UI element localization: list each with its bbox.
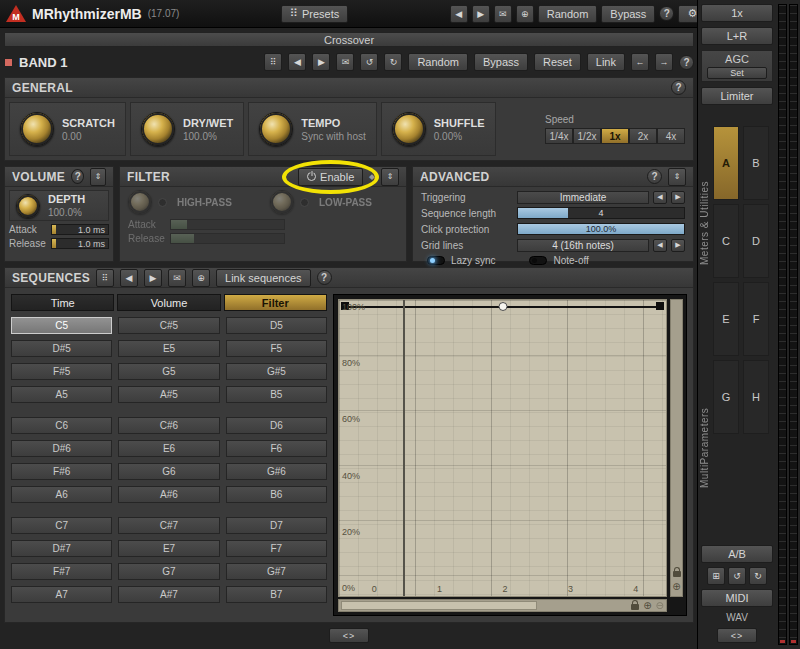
grid-lines-prev-button[interactable]: ◀	[653, 239, 667, 252]
sequences-envelope-icon[interactable]: ✉	[168, 269, 186, 287]
multiparam-d[interactable]: D	[743, 204, 769, 278]
note-c5[interactable]: C5	[11, 317, 112, 334]
speed-option-1-4x[interactable]: 1/4x	[545, 128, 573, 144]
note-c6[interactable]: C6	[11, 417, 112, 434]
note-a6[interactable]: A6	[11, 486, 112, 503]
note-g6[interactable]: G6	[118, 463, 219, 480]
ab-compare-button[interactable]: A/B	[701, 545, 773, 563]
multiparam-e[interactable]: E	[713, 282, 739, 356]
next-preset-button[interactable]: ▶	[472, 5, 490, 23]
general-help-button[interactable]: ?	[671, 80, 686, 95]
note-c-6[interactable]: C#6	[118, 417, 219, 434]
note-e7[interactable]: E7	[118, 540, 219, 557]
note-b7[interactable]: B7	[226, 586, 327, 603]
filter-high-pass-toggle[interactable]	[158, 198, 167, 207]
filter-release-slider[interactable]	[170, 233, 285, 244]
triggering-prev-button[interactable]: ◀	[653, 191, 667, 204]
limiter-button[interactable]: Limiter	[701, 87, 773, 105]
filter-attack-slider[interactable]	[170, 219, 285, 230]
note-c7[interactable]: C7	[11, 517, 112, 534]
multiparam-c[interactable]: C	[713, 204, 739, 278]
sequence-length-slider[interactable]: 4	[517, 207, 685, 219]
note-f5[interactable]: F5	[226, 340, 327, 357]
triggering-next-button[interactable]: ▶	[671, 191, 685, 204]
band-bypass-button[interactable]: Bypass	[474, 53, 528, 71]
depth-knob[interactable]	[16, 194, 40, 218]
filter-low-pass-knob[interactable]	[270, 190, 294, 214]
note-d-7[interactable]: D#7	[11, 540, 112, 557]
band-prev-button[interactable]: ◀	[288, 53, 306, 71]
lock-icon[interactable]	[631, 604, 639, 610]
sequences-help-button[interactable]: ?	[317, 270, 332, 285]
band-help-button[interactable]: ?	[679, 55, 694, 70]
envelope-plot[interactable]: 100%80%60%40%20%0% 01234	[338, 299, 667, 597]
multiparam-h[interactable]: H	[743, 360, 769, 434]
random-button[interactable]: Random	[538, 5, 598, 23]
note-e6[interactable]: E6	[118, 440, 219, 457]
shuffle-knob[interactable]	[392, 112, 426, 146]
filter-low-pass-toggle[interactable]	[300, 198, 309, 207]
sidebar-resize-button[interactable]: <>	[717, 628, 757, 643]
vertical-scrollbar[interactable]: ⊕	[670, 299, 683, 597]
click-protection-slider[interactable]: 100.0%	[517, 223, 685, 235]
redo-icon[interactable]: ↻	[384, 53, 402, 71]
note-f6[interactable]: F6	[226, 440, 327, 457]
note-f7[interactable]: F7	[226, 540, 327, 557]
note-e5[interactable]: E5	[118, 340, 219, 357]
wav-label[interactable]: WAV	[701, 611, 773, 624]
tab-time[interactable]: Time	[11, 294, 114, 311]
note-a7[interactable]: A7	[11, 586, 112, 603]
triggering-select[interactable]: Immediate	[517, 191, 649, 204]
note-d-5[interactable]: D#5	[11, 340, 112, 357]
volume-release-slider[interactable]: 1.0 ms	[51, 238, 109, 249]
note-a-6[interactable]: A#6	[118, 486, 219, 503]
oversampling-button[interactable]: 1x	[701, 4, 773, 22]
band-link-button[interactable]: Link	[587, 53, 625, 71]
band-copy-right-icon[interactable]: →	[655, 53, 673, 71]
band-color-swatch[interactable]	[4, 58, 13, 67]
horizontal-scrollbar[interactable]: ⊕ ⊖	[338, 599, 667, 612]
undo-icon[interactable]: ↺	[728, 567, 746, 585]
volume-collapse-button[interactable]: ⇕	[90, 168, 106, 186]
envelope-end-marker[interactable]	[656, 302, 664, 310]
note-c-7[interactable]: C#7	[118, 517, 219, 534]
note-a5[interactable]: A5	[11, 386, 112, 403]
zoom-out-icon[interactable]: ⊖	[656, 601, 664, 611]
band-reset-button[interactable]: Reset	[534, 53, 581, 71]
help-button[interactable]: ?	[659, 6, 674, 21]
note-d5[interactable]: D5	[226, 317, 327, 334]
note-b6[interactable]: B6	[226, 486, 327, 503]
grid-lines-select[interactable]: 4 (16th notes)	[517, 239, 649, 252]
dry-wet-knob[interactable]	[141, 112, 175, 146]
multiparam-g[interactable]: G	[713, 360, 739, 434]
note-f-6[interactable]: F#6	[11, 463, 112, 480]
grid-lines-next-button[interactable]: ▶	[671, 239, 685, 252]
advanced-collapse-button[interactable]: ⇕	[668, 168, 686, 186]
note-d-6[interactable]: D#6	[11, 440, 112, 457]
resize-handle-button[interactable]: <>	[329, 628, 369, 643]
note-g-6[interactable]: G#6	[226, 463, 327, 480]
multiparam-a[interactable]: A	[713, 126, 739, 200]
sequences-plus-icon[interactable]: ⊕	[192, 269, 210, 287]
morph-grid-icon[interactable]: ⊞	[707, 567, 725, 585]
band-next-button[interactable]: ▶	[312, 53, 330, 71]
note-a-5[interactable]: A#5	[118, 386, 219, 403]
note-g-7[interactable]: G#7	[226, 563, 327, 580]
bypass-button[interactable]: Bypass	[601, 5, 655, 23]
sequences-prev-button[interactable]: ◀	[120, 269, 138, 287]
sequences-next-button[interactable]: ▶	[144, 269, 162, 287]
note-g-5[interactable]: G#5	[226, 363, 327, 380]
plus-icon[interactable]: ⊕	[516, 5, 534, 23]
note-f-5[interactable]: F#5	[11, 363, 112, 380]
note-g7[interactable]: G7	[118, 563, 219, 580]
note-off-toggle[interactable]: Note-off	[529, 255, 588, 266]
note-c-5[interactable]: C#5	[118, 317, 219, 334]
filter-high-pass-knob[interactable]	[128, 190, 152, 214]
prev-preset-button[interactable]: ◀	[450, 5, 468, 23]
link-sequences-button[interactable]: Link sequences	[216, 269, 310, 287]
scratch-knob[interactable]	[20, 112, 54, 146]
filter-collapse-button[interactable]: ⇕	[381, 168, 399, 186]
filter-enable-button[interactable]: Enable	[298, 168, 363, 186]
note-a-7[interactable]: A#7	[118, 586, 219, 603]
lazy-sync-toggle[interactable]: Lazy sync	[427, 255, 495, 266]
